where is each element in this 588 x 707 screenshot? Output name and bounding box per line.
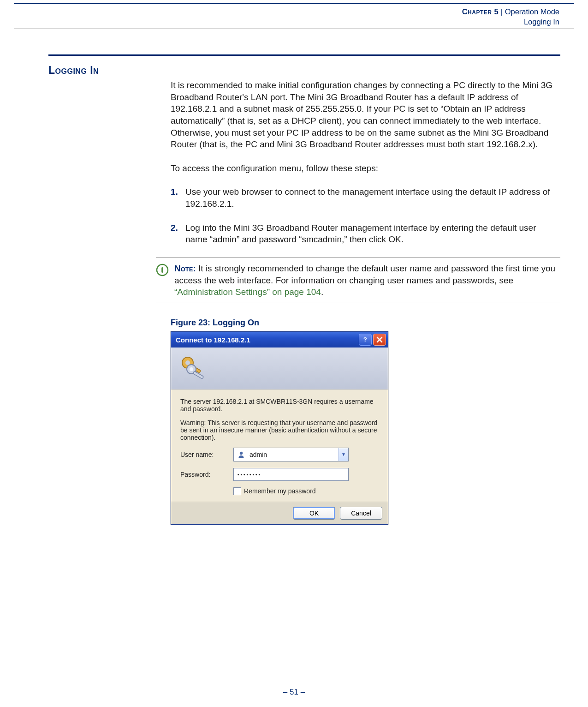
user-icon <box>237 450 246 459</box>
password-label: Password: <box>180 471 233 478</box>
username-label: User name: <box>180 451 233 458</box>
close-icon <box>376 336 383 343</box>
note-bottom-rule <box>156 302 560 302</box>
chapter-label: Chapter 5 <box>462 7 499 16</box>
section-heading: Logging In <box>48 64 560 77</box>
lead-paragraph: To access the configuration menu, follow… <box>171 162 560 174</box>
info-icon <box>156 264 169 280</box>
svg-point-4 <box>185 360 190 365</box>
note-top-rule <box>156 258 560 258</box>
remember-checkbox[interactable] <box>233 487 241 495</box>
note-crossref-link[interactable]: “Administration Settings” on page 104 <box>174 287 321 297</box>
header-bottom-rule <box>14 29 574 29</box>
dialog-body: The server 192.168.2.1 at SMCWBR11S-3GN … <box>171 389 388 502</box>
svg-rect-1 <box>161 267 163 273</box>
header-separator: | <box>499 7 505 16</box>
section-rule <box>48 54 560 56</box>
svg-text:?: ? <box>363 336 367 343</box>
figure-caption: Figure 23: Logging On <box>171 318 560 328</box>
note-body-before: It is strongly recommended to change the… <box>174 264 555 285</box>
step-text: Use your web browser to connect to the m… <box>185 187 550 209</box>
note-body-after: . <box>321 287 323 297</box>
dialog-button-bar: OK Cancel <box>171 502 388 524</box>
login-dialog: Connect to 192.168.2.1 ? <box>171 331 388 525</box>
cancel-button[interactable]: Cancel <box>340 507 382 520</box>
remember-label: Remember my password <box>244 487 316 495</box>
running-header: Chapter 5 | Operation Mode Logging In <box>462 6 559 27</box>
chapter-subtelntitle: Logging In <box>462 17 559 27</box>
body-text: It is recommended to make initial config… <box>171 79 560 246</box>
step-number: 1. <box>171 186 178 198</box>
document-page: { "header": { "chapter": "Chapter 5", "b… <box>0 0 588 707</box>
password-row: Password: •••••••• <box>180 468 379 481</box>
chapter-title: Operation Mode <box>505 7 559 16</box>
keys-icon <box>178 354 210 382</box>
step-item: 2. Log into the Mini 3G Broadband Router… <box>171 222 560 246</box>
intro-paragraph: It is recommended to make initial config… <box>171 79 560 150</box>
note-row: Note: It is strongly recommended to chan… <box>156 263 560 298</box>
username-combo[interactable]: admin ▼ <box>233 448 349 461</box>
step-number: 2. <box>171 222 178 234</box>
dialog-hero <box>171 348 388 389</box>
chevron-down-icon[interactable]: ▼ <box>339 448 348 461</box>
help-button[interactable]: ? <box>359 334 372 346</box>
dialog-titlebar: Connect to 192.168.2.1 ? <box>171 332 388 348</box>
figure-block: Figure 23: Logging On Connect to 192.168… <box>171 318 560 525</box>
steps-list: 1. Use your web browser to connect to th… <box>171 186 560 246</box>
step-item: 1. Use your web browser to connect to th… <box>171 186 560 210</box>
username-row: User name: admin ▼ <box>180 448 379 461</box>
page-number: – 51 – <box>0 688 588 697</box>
dialog-warning-message: Warning: This server is requesting that … <box>180 419 379 441</box>
svg-point-9 <box>240 452 243 455</box>
ok-button[interactable]: OK <box>293 507 335 520</box>
close-button[interactable] <box>373 334 386 346</box>
note-label: Note: <box>174 264 196 273</box>
help-icon: ? <box>362 336 369 343</box>
svg-point-7 <box>190 367 193 371</box>
header-top-rule <box>14 3 574 4</box>
dialog-server-message: The server 192.168.2.1 at SMCWBR11S-3GN … <box>180 398 379 413</box>
dialog-title: Connect to 192.168.2.1 <box>176 336 357 344</box>
note-text: Note: It is strongly recommended to chan… <box>174 263 560 298</box>
step-text: Log into the Mini 3G Broadband Router ma… <box>185 223 536 245</box>
password-input[interactable]: •••••••• <box>233 468 349 481</box>
remember-row: Remember my password <box>233 487 379 495</box>
content-area: Logging In It is recommended to make ini… <box>48 54 560 525</box>
username-value: admin <box>249 451 339 458</box>
note-block: Note: It is strongly recommended to chan… <box>156 258 560 302</box>
